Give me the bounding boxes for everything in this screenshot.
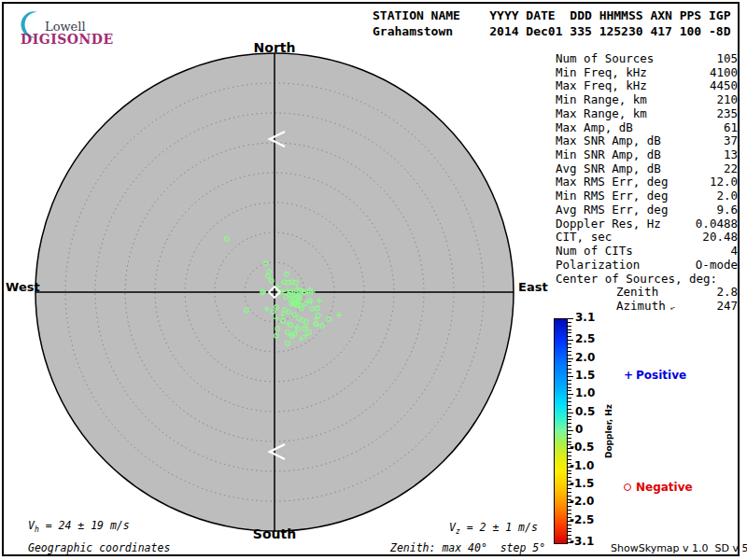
colorbar-tick-label: 0: [575, 423, 583, 437]
compass-south-label: South: [253, 526, 296, 541]
colorbar-minor-tick: [568, 409, 571, 410]
stat-label: Max SNR Amp, dB: [554, 134, 661, 148]
colorbar-minor-tick: [568, 347, 571, 348]
stat-value: 4100: [710, 66, 738, 80]
stat-label: Min Freq, kHz: [554, 66, 647, 80]
station-header-columns: STATION NAME YYYY DATE DDD HHMMSS AXN PP…: [373, 8, 731, 23]
stat-value: 210: [716, 93, 738, 107]
stat-label: Avg SNR Amp, dB: [554, 162, 661, 176]
stat-row: Avg SNR Amp, dB22: [554, 162, 738, 176]
station-header-values: Grahamstown 2014 Dec01 335 125230 417 10…: [373, 24, 731, 39]
colorbar-minor-tick: [568, 506, 571, 507]
positive-doppler-legend: +Positive: [624, 369, 686, 382]
stat-row: Num of CITs4: [554, 245, 738, 259]
stat-value: 9.6: [716, 203, 738, 217]
colorbar-major-tick: [568, 394, 573, 395]
colorbar-minor-tick: [568, 322, 571, 323]
colorbar-minor-tick: [568, 528, 571, 529]
colorbar-minor-tick: [568, 365, 571, 366]
colorbar-tick-label: 2.5: [575, 332, 595, 346]
colorbar-minor-tick: [568, 452, 571, 453]
colorbar-minor-tick: [568, 398, 571, 399]
colorbar-minor-tick: [568, 531, 571, 532]
stat-value: 247: [716, 300, 738, 314]
stat-value: 2.0: [716, 189, 738, 203]
stat-row: Max Range, km235: [554, 107, 738, 121]
stat-value: 20.48: [702, 231, 738, 245]
stat-label: Center of Sources, deg:: [554, 273, 717, 287]
stat-label: Polarization: [554, 259, 640, 273]
colorbar-minor-tick: [568, 434, 571, 435]
stat-label: Max Freq, kHz: [554, 79, 647, 93]
colorbar-tick-label: 2.0: [575, 351, 595, 365]
stat-label: Max Amp, dB: [554, 121, 633, 135]
colorbar-minor-tick: [568, 525, 571, 525]
colorbar-minor-tick: [568, 510, 571, 511]
software-version: ShowSkymap v 1.0 SD v 5.1: [611, 542, 747, 554]
stat-row: Num of Sources105: [554, 52, 738, 66]
stat-row: Min Range, km210: [554, 93, 738, 107]
stat-value: 61: [724, 121, 738, 135]
colorbar-minor-tick: [568, 427, 571, 427]
stat-label: Avg RMS Err, deg: [554, 203, 668, 217]
colorbar-minor-tick: [568, 343, 571, 344]
stat-row: Center of Sources, deg:: [554, 273, 738, 287]
compass-north-label: North: [254, 40, 296, 55]
colorbar-minor-tick: [568, 384, 571, 385]
colorbar-minor-tick: [568, 416, 571, 417]
logo-product: DIGISONDE: [21, 32, 114, 47]
stat-label: Min RMS Err, deg: [554, 189, 668, 203]
stat-value: 0.0488: [696, 217, 738, 231]
compass-west-label: West: [6, 280, 35, 294]
colorbar-minor-tick: [568, 438, 571, 439]
vh-subscript: h: [35, 525, 39, 534]
stat-label: Max Range, km: [554, 107, 647, 121]
stat-row: Min RMS Err, deg2.0: [554, 189, 738, 203]
stat-row: CIT, sec20.48: [554, 231, 738, 245]
colorbar-minor-tick: [568, 355, 571, 356]
stat-value: 2.8: [716, 286, 738, 300]
colorbar-minor-tick: [568, 473, 571, 474]
stat-value: 4: [730, 245, 738, 259]
colorbar-minor-tick: [568, 351, 571, 352]
stat-label: Zenith: [554, 286, 658, 300]
stat-label: Num of Sources: [554, 52, 654, 66]
colorbar-minor-tick: [568, 390, 571, 391]
colorbar-major-tick: [568, 430, 573, 431]
colorbar-tick-label: -1.5: [570, 477, 594, 491]
compass-east-label: East: [518, 280, 548, 294]
zenith-scale-note: Zenith: max 40° step 5°: [390, 541, 545, 554]
colorbar-tick-label: 1.0: [575, 386, 595, 400]
stat-row: Max RMS Err, deg12.0: [554, 175, 738, 189]
vertical-velocity-value: Vz = 2 ± 1 m/s: [449, 521, 538, 534]
colorbar-minor-tick: [568, 419, 571, 420]
measurement-stats-table: Num of Sources105Min Freq, kHz4100Max Fr…: [554, 52, 738, 314]
vz-subscript: z: [456, 527, 460, 536]
colorbar-axis-label: Doppler, Hz: [604, 404, 613, 458]
colorbar-tick-label: -2.5: [570, 513, 594, 527]
colorbar-minor-tick: [568, 423, 571, 424]
colorbar-minor-tick: [568, 372, 571, 373]
colorbar-tick-label: 3.1: [575, 311, 595, 325]
stat-row: PolarizationO-mode: [554, 259, 738, 273]
stat-label: Azimuth↙: [554, 300, 675, 314]
stat-row: Max Amp, dB61: [554, 121, 738, 135]
colorbar-tick-label: -2.0: [570, 495, 594, 509]
stat-value: 12.0: [710, 175, 738, 189]
stat-value: 37: [724, 134, 738, 148]
colorbar-minor-tick: [568, 380, 571, 381]
stat-row: Min Freq, kHz4100: [554, 66, 738, 80]
stat-row: Max Freq, kHz4450: [554, 79, 738, 93]
stat-row: Min SNR Amp, dB13: [554, 148, 738, 162]
negative-legend-label: Negative: [636, 481, 693, 494]
colorbar-minor-tick: [568, 336, 571, 337]
colorbar-minor-tick: [568, 470, 571, 471]
colorbar-tick-label: 1.5: [575, 369, 595, 383]
negative-doppler-legend: Negative: [624, 481, 693, 494]
stat-label: CIT, sec: [554, 231, 612, 245]
stat-value: 235: [716, 107, 738, 121]
colorbar-minor-tick: [568, 361, 571, 362]
stat-label: Num of CITs: [554, 245, 633, 259]
stat-label: Doppler Res, Hz: [554, 217, 661, 231]
colorbar-major-tick: [568, 340, 573, 341]
